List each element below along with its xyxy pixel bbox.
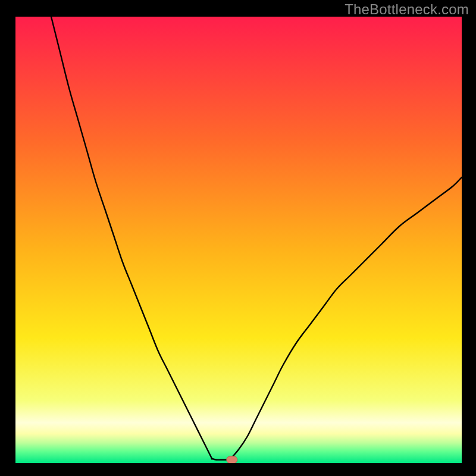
optimum-marker (227, 456, 237, 463)
chart-frame: TheBottleneck.com (0, 0, 476, 476)
bottleneck-chart (15, 17, 462, 463)
heat-gradient-background (15, 17, 462, 463)
watermark-label: TheBottleneck.com (345, 1, 469, 18)
